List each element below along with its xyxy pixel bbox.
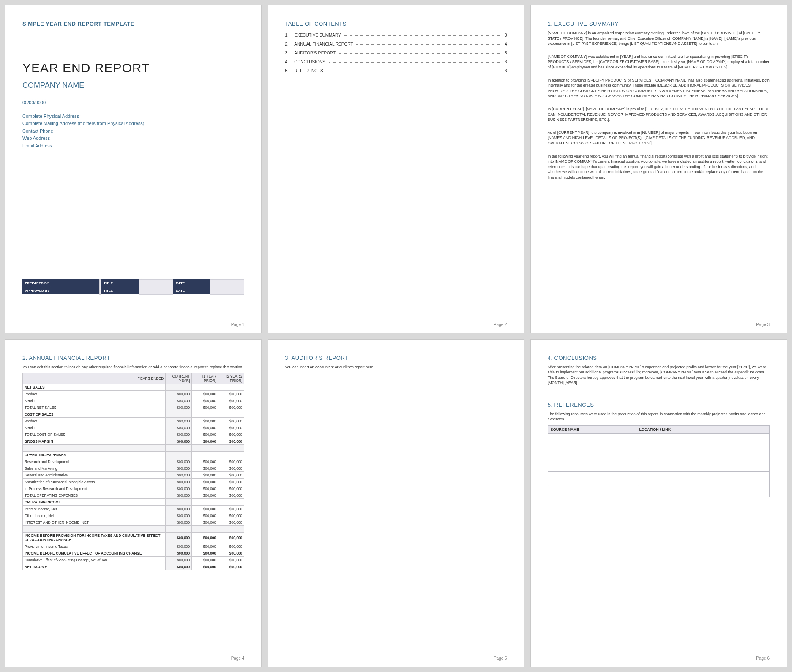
date-value <box>210 279 244 287</box>
body-paragraph: In [CURRENT YEAR], [NAME OF COMPANY] is … <box>548 106 770 122</box>
table-row <box>548 472 769 484</box>
table-row: GROSS MARGIN$00,000$00,000$00,000 <box>23 438 244 445</box>
financial-table: YEARS ENDED[CURRENT YEAR][1 YEAR PRIOR][… <box>22 373 244 570</box>
page-number: Page 6 <box>756 656 770 661</box>
toc-item: 5.REFERENCES6 <box>285 68 507 73</box>
table-row <box>548 459 769 472</box>
toc-item: 2.ANNUAL FINANCIAL REPORT4 <box>285 42 507 46</box>
table-row: Research and Development$00,000$00,000$0… <box>23 458 244 465</box>
date-value <box>210 287 244 294</box>
toc-index: 3. <box>285 51 291 55</box>
table-row: Provision for Income Taxes$00,000$00,000… <box>23 543 244 550</box>
table-row: COST OF SALES <box>23 411 244 418</box>
table-row: Other Income, Net$00,000$00,000$00,000 <box>23 512 244 519</box>
table-row <box>23 445 244 452</box>
table-row: Cumulative Effect of Accounting Change, … <box>23 557 244 563</box>
references-heading: 5. REFERENCES <box>548 402 770 408</box>
cover-address-mailing: Complete Mailing Address (if differs fro… <box>22 120 244 128</box>
toc-item: 4.CONCLUSIONS6 <box>285 60 507 64</box>
page-6: 4. CONCLUSIONS After presenting the rela… <box>530 339 787 667</box>
table-row <box>548 434 769 446</box>
toc-dots <box>356 44 501 45</box>
table-row: PREPARED BY TITLE DATE <box>22 279 244 287</box>
page-number: Page 3 <box>756 322 770 327</box>
signature-table: PREPARED BY TITLE DATE APPROVED BY TITLE… <box>22 279 244 295</box>
toc-page: 5 <box>505 51 507 55</box>
toc-heading: TABLE OF CONTENTS <box>285 21 507 27</box>
body-paragraph: In the following year end report, you wi… <box>548 154 770 180</box>
table-row: INTEREST AND OTHER INCOME, NET$00,000$00… <box>23 519 244 526</box>
table-row: INCOME BEFORE CUMULATIVE EFFECT OF ACCOU… <box>23 550 244 557</box>
body-paragraph: [NAME OF COMPANY] is an organized corpor… <box>548 30 770 46</box>
table-row: Service$00,000$00,000$00,000 <box>23 424 244 431</box>
toc-label: REFERENCES <box>294 68 323 73</box>
references-col-source: SOURCE NAME <box>548 426 636 434</box>
table-row: Product$00,000$00,000$00,000 <box>23 418 244 424</box>
title-value <box>139 287 173 294</box>
toc-label: ANNUAL FINANCIAL REPORT <box>294 42 353 46</box>
page-4: 2. ANNUAL FINANCIAL REPORT You can edit … <box>5 339 262 667</box>
company-name: COMPANY NAME <box>22 81 244 90</box>
toc-label: EXECUTIVE SUMMARY <box>294 33 341 38</box>
table-row: Sales and Marketing$00,000$00,000$00,000 <box>23 465 244 472</box>
exec-summary-body: [NAME OF COMPANY] is an organized corpor… <box>548 30 770 180</box>
date-label: DATE <box>173 287 210 294</box>
toc-page: 3 <box>505 33 507 38</box>
table-row <box>548 484 769 497</box>
body-paragraph: In addition to providing [SPECIFY PRODUC… <box>548 78 770 99</box>
toc-label: CONCLUSIONS <box>294 60 325 64</box>
toc-dots <box>327 71 501 71</box>
table-row: YEARS ENDED[CURRENT YEAR][1 YEAR PRIOR][… <box>23 373 244 384</box>
date-label: DATE <box>173 279 210 287</box>
cover-phone: Contact Phone <box>22 128 244 135</box>
table-row: OPERATING INCOME <box>23 499 244 506</box>
table-row: General and Administrative$00,000$00,000… <box>23 472 244 479</box>
references-intro: The following resources were used in the… <box>548 411 770 422</box>
table-row: Service$00,000$00,000$00,000 <box>23 397 244 404</box>
table-row: SOURCE NAME LOCATION / LINK <box>548 426 769 434</box>
references-col-location: LOCATION / LINK <box>636 426 770 434</box>
body-paragraph: [NAME OF COMPANY] was established in [YE… <box>548 54 770 70</box>
toc-index: 4. <box>285 60 291 64</box>
table-row: TOTAL COST OF SALES$00,000$00,000$00,000 <box>23 431 244 438</box>
table-row: TOTAL NET SALES$00,000$00,000$00,000 <box>23 404 244 411</box>
toc-index: 1. <box>285 33 291 38</box>
table-row <box>23 526 244 533</box>
table-row: NET SALES <box>23 384 244 391</box>
document-grid: SIMPLE YEAR END REPORT TEMPLATE YEAR END… <box>5 5 787 667</box>
template-label: SIMPLE YEAR END REPORT TEMPLATE <box>22 21 244 27</box>
cover-email: Email Address <box>22 142 244 150</box>
cover-web: Web Address <box>22 135 244 142</box>
toc-page: 4 <box>505 42 507 46</box>
toc-dots <box>329 62 501 63</box>
table-row: NET INCOME$00,000$00,000$00,000 <box>23 563 244 570</box>
toc-label: AUDITOR'S REPORT <box>294 51 336 55</box>
cover-address-physical: Complete Physical Address <box>22 113 244 120</box>
report-title: YEAR END REPORT <box>22 61 244 75</box>
page-number: Page 4 <box>231 656 245 661</box>
table-row: In-Process Research and Development$00,0… <box>23 485 244 492</box>
page-number: Page 2 <box>494 322 507 327</box>
toc-list: 1.EXECUTIVE SUMMARY32.ANNUAL FINANCIAL R… <box>285 33 507 73</box>
table-row: TOTAL OPERATING EXPENSES$00,000$00,000$0… <box>23 492 244 499</box>
financial-report-intro: You can edit this section to include any… <box>22 365 244 370</box>
auditor-report-intro: You can insert an accountant or auditor'… <box>285 365 507 370</box>
title-label: TITLE <box>101 279 139 287</box>
table-row: OPERATING EXPENSES <box>23 452 244 458</box>
page-number: Page 5 <box>494 656 507 661</box>
page-2: TABLE OF CONTENTS 1.EXECUTIVE SUMMARY32.… <box>268 5 524 333</box>
table-row: Amortization of Purchased Intangible Ass… <box>23 479 244 485</box>
approved-by-label: APPROVED BY <box>22 287 100 294</box>
conclusions-heading: 4. CONCLUSIONS <box>548 355 770 361</box>
toc-page: 6 <box>505 60 507 64</box>
title-value <box>139 279 173 287</box>
body-paragraph: As of [CURRENT YEAR], the company is inv… <box>548 130 770 146</box>
table-row <box>548 446 769 459</box>
toc-index: 2. <box>285 42 291 46</box>
cover-date: 00/00/0000 <box>22 99 244 107</box>
table-row: APPROVED BY TITLE DATE <box>22 287 244 294</box>
toc-page: 6 <box>505 68 507 73</box>
financial-report-heading: 2. ANNUAL FINANCIAL REPORT <box>22 355 244 361</box>
title-label: TITLE <box>101 287 139 294</box>
toc-item: 3.AUDITOR'S REPORT5 <box>285 51 507 55</box>
